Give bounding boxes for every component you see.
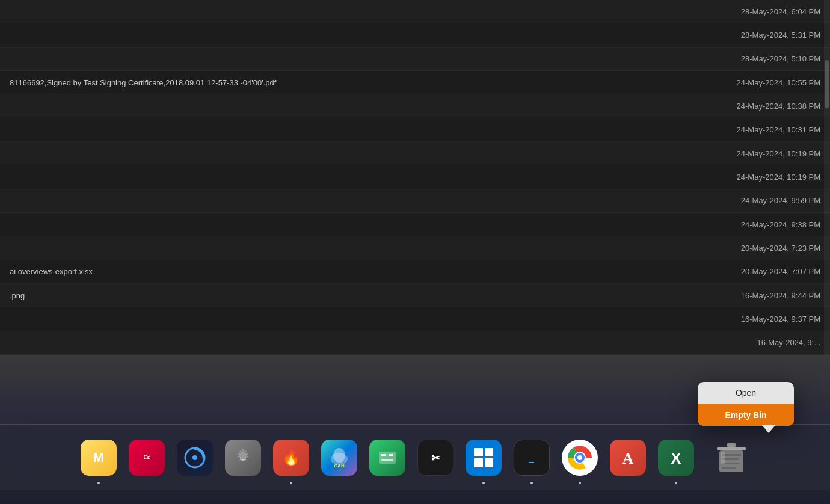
file-row[interactable]: ai overviews-export.xlsx bbox=[0, 260, 613, 284]
file-row[interactable] bbox=[0, 48, 613, 71]
dock-item-settings[interactable] bbox=[221, 436, 265, 479]
file-row[interactable] bbox=[0, 307, 613, 331]
svg-text:A: A bbox=[622, 450, 634, 467]
date-cell: 16-May-2024, 9:44 PM bbox=[613, 284, 830, 307]
file-row[interactable] bbox=[0, 142, 613, 165]
date-cell: 24-May-2024, 10:31 PM bbox=[613, 118, 830, 142]
date-cell: 24-May-2024, 10:19 PM bbox=[613, 142, 830, 165]
file-row[interactable] bbox=[0, 213, 613, 236]
svg-text:CAN: CAN bbox=[334, 463, 345, 469]
svg-point-4 bbox=[333, 448, 345, 463]
dock-item-trash[interactable] bbox=[710, 436, 753, 479]
svg-rect-25 bbox=[721, 452, 725, 464]
settings-icon bbox=[225, 440, 261, 476]
open-menu-item[interactable]: Open bbox=[698, 382, 794, 404]
dock-indicator bbox=[290, 482, 292, 484]
dock-indicator bbox=[579, 482, 581, 484]
date-cell: 16-May-2024, 9:37 PM bbox=[613, 307, 830, 331]
svg-point-1 bbox=[192, 455, 197, 460]
date-cell: 24-May-2024, 10:38 PM bbox=[613, 94, 830, 118]
dock-item-acrobat[interactable]: A bbox=[606, 436, 650, 479]
dock-item-miro[interactable]: M bbox=[77, 436, 120, 479]
svg-rect-7 bbox=[381, 454, 386, 456]
svg-text:X: X bbox=[671, 449, 681, 467]
backblaze-icon: 🔥 bbox=[273, 440, 309, 476]
date-cell: 24-May-2024, 9:59 PM bbox=[613, 189, 830, 213]
dock: M Cc 🔥 bbox=[0, 424, 830, 490]
date-cell: 16-May-2024, 9:... bbox=[613, 331, 830, 355]
date-cell: 24-May-2024, 10:19 PM bbox=[613, 165, 830, 189]
date-cell: 20-May-2024, 7:23 PM bbox=[613, 236, 830, 260]
dock-item-chrome[interactable] bbox=[558, 436, 601, 479]
svg-rect-6 bbox=[379, 452, 396, 464]
dock-indicator bbox=[530, 482, 533, 484]
filename-column: 81166692,Signed by Test Signing Certific… bbox=[0, 0, 613, 355]
empty-bin-menu-item[interactable]: Empty Bin bbox=[698, 404, 794, 426]
trash-context-menu: Open Empty Bin bbox=[698, 382, 794, 426]
scrollbar-thumb[interactable] bbox=[825, 60, 829, 108]
date-cell: 28-May-2024, 6:04 PM bbox=[613, 0, 830, 23]
trash-icon bbox=[713, 440, 749, 476]
file-row[interactable] bbox=[0, 94, 613, 118]
file-row[interactable] bbox=[0, 331, 613, 355]
dock-item-excel[interactable]: X bbox=[654, 436, 698, 479]
svg-point-15 bbox=[577, 455, 582, 460]
dock-item-creative-cloud[interactable]: Cc bbox=[125, 436, 168, 479]
svg-rect-23 bbox=[717, 447, 746, 450]
date-cell: 20-May-2024, 7:07 PM bbox=[613, 260, 830, 284]
dock-item-terminal[interactable]: _ bbox=[510, 436, 553, 479]
file-list-area: 81166692,Signed by Test Signing Certific… bbox=[0, 0, 830, 355]
svg-rect-22 bbox=[722, 467, 736, 469]
terminal-icon: _ bbox=[514, 440, 550, 476]
acrobat-icon: A bbox=[610, 440, 646, 476]
date-cell: 24-May-2024, 9:38 PM bbox=[613, 213, 830, 236]
file-row[interactable] bbox=[0, 189, 613, 213]
dock-item-istatmenus[interactable] bbox=[173, 436, 217, 479]
file-row[interactable] bbox=[0, 0, 613, 23]
file-row[interactable] bbox=[0, 23, 613, 47]
capcut-icon: ✂ bbox=[417, 440, 453, 476]
file-row[interactable] bbox=[0, 236, 613, 260]
creative-cloud-icon: Cc bbox=[129, 440, 165, 476]
excel-icon: X bbox=[658, 440, 694, 476]
dock-item-windows[interactable] bbox=[462, 436, 505, 479]
cashew-icon bbox=[369, 440, 405, 476]
chrome-icon bbox=[562, 440, 598, 476]
date-cell: 24-May-2024, 10:55 PM bbox=[613, 71, 830, 94]
date-column: 28-May-2024, 6:04 PM 28-May-2024, 5:31 P… bbox=[613, 0, 830, 355]
windows-icon bbox=[466, 440, 502, 476]
svg-rect-24 bbox=[727, 443, 736, 447]
dock-item-edge-can[interactable]: CAN bbox=[318, 436, 361, 479]
date-cell: 28-May-2024, 5:10 PM bbox=[613, 48, 830, 71]
date-cell: 28-May-2024, 5:31 PM bbox=[613, 23, 830, 47]
dock-indicator bbox=[675, 482, 677, 484]
dock-item-backblaze[interactable]: 🔥 bbox=[269, 436, 313, 479]
miro-icon: M bbox=[81, 440, 117, 476]
file-row[interactable] bbox=[0, 118, 613, 142]
svg-rect-9 bbox=[381, 459, 393, 461]
dock-indicator bbox=[97, 482, 100, 484]
file-row[interactable]: 81166692,Signed by Test Signing Certific… bbox=[0, 71, 613, 94]
svg-rect-8 bbox=[389, 454, 393, 456]
dock-indicator bbox=[482, 482, 485, 484]
dock-item-capcut[interactable]: ✂ bbox=[414, 436, 457, 479]
edge-can-icon: CAN bbox=[321, 440, 357, 476]
dock-item-cashew[interactable] bbox=[366, 436, 409, 479]
file-row[interactable]: .png bbox=[0, 284, 613, 307]
scrollbar-track[interactable] bbox=[824, 0, 830, 355]
istatmenus-icon bbox=[177, 440, 213, 476]
file-row[interactable] bbox=[0, 165, 613, 189]
svg-text:✂: ✂ bbox=[431, 452, 441, 464]
